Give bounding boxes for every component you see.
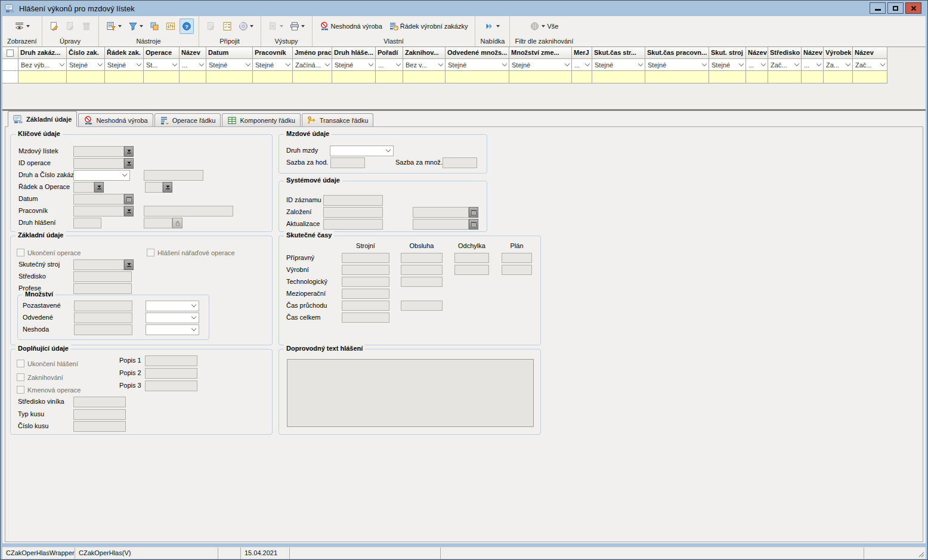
grid-filter-dropdown[interactable]: Bez v... (403, 59, 446, 71)
grid-cell[interactable] (746, 71, 768, 83)
close-icon (911, 5, 917, 11)
view-config-button[interactable] (104, 18, 124, 34)
grid-cell[interactable] (293, 71, 332, 83)
grid-cell[interactable] (509, 71, 572, 83)
grid-filter-dropdown[interactable]: Stejné (332, 59, 376, 71)
grid-column-header[interactable]: Skut.čas pracovn... (645, 47, 709, 59)
grid-column-header[interactable]: Výrobek (824, 47, 853, 59)
tab-transakce-radku[interactable]: Transakce řádku (302, 113, 374, 126)
help-button[interactable]: ? (180, 18, 194, 34)
grid-column-header[interactable]: Číslo zak. (67, 47, 105, 59)
grid-cell[interactable] (592, 71, 645, 83)
grid-cell[interactable] (446, 71, 509, 83)
tab-operace-radku[interactable]: Operace řádku (154, 113, 221, 126)
grid-column-header[interactable]: Název (802, 47, 824, 59)
grid-data-row[interactable] (2, 71, 926, 83)
new-record-button[interactable] (47, 18, 61, 34)
grid-column-header[interactable]: Jméno prac. (293, 47, 332, 59)
grid-filter-dropdown[interactable]: Zač... (853, 59, 887, 71)
grid-cell[interactable] (824, 71, 853, 83)
checklist-button[interactable] (220, 18, 234, 34)
grid-column-header[interactable]: Středisko (768, 47, 802, 59)
tab-zakladni-udaje[interactable]: Základní údaje (8, 111, 77, 126)
grid-filter-dropdown[interactable]: Stejné (446, 59, 509, 71)
minimize-button[interactable] (870, 2, 886, 14)
grid-column-header[interactable]: MerJ (572, 47, 592, 59)
grid-cell[interactable] (802, 71, 824, 83)
grid-column-header[interactable]: Druh zakáz... (18, 47, 67, 59)
grid-filter-dropdown[interactable]: Stejné (645, 59, 709, 71)
grid-column-header[interactable]: Název (853, 47, 887, 59)
grid-column-header[interactable]: Druh hláše... (332, 47, 376, 59)
options-button[interactable] (163, 18, 178, 34)
grid-column-header[interactable]: Pořadí (376, 47, 403, 59)
grid-cell[interactable] (67, 71, 105, 83)
resize-grip[interactable] (917, 550, 924, 558)
copy-button[interactable] (147, 18, 162, 34)
grid-filter-dropdown[interactable]: ... (746, 59, 768, 71)
media-button[interactable] (236, 18, 256, 34)
grid-filter-dropdown[interactable]: Stejné (509, 59, 572, 71)
print-button[interactable] (287, 18, 307, 34)
maximize-button[interactable] (887, 2, 904, 14)
grid-column-header[interactable]: Odvedené množs... (446, 47, 509, 59)
grid-cell[interactable] (376, 71, 403, 83)
grid-column-header[interactable]: Zaknihov... (403, 47, 446, 59)
grid-filter-dropdown[interactable]: St... (144, 59, 180, 71)
production-order-line-button[interactable]: Řádek výrobní zakázky (386, 18, 471, 34)
nonconforming-production-button[interactable]: Neshodná výroba (317, 18, 385, 34)
druh-mzdy-combobox[interactable] (330, 146, 394, 156)
grid-cell[interactable] (18, 71, 67, 83)
grid-filter-dropdown[interactable]: Zač... (768, 59, 802, 71)
view-menu-button[interactable] (12, 18, 32, 34)
grid-filter-dropdown[interactable]: ... (376, 59, 403, 71)
grid-cell[interactable] (853, 71, 887, 83)
pozastavene-merj-combobox[interactable] (146, 301, 199, 311)
grid-cell[interactable] (253, 71, 293, 83)
grid-column-header[interactable]: Množství zme... (509, 47, 572, 59)
grid-cell[interactable] (403, 71, 446, 83)
grid-filter-dropdown[interactable]: Stejné (105, 59, 144, 71)
grid-filter-dropdown[interactable]: Stejné (253, 59, 293, 71)
close-button[interactable] (905, 2, 921, 14)
menu-button[interactable] (482, 18, 502, 34)
grid-filter-dropdown[interactable]: Začíná... (293, 59, 332, 71)
grid-cell[interactable] (709, 71, 746, 83)
grid-cell[interactable] (105, 71, 144, 83)
grid-filter-dropdown[interactable]: Za... (824, 59, 853, 71)
druh-zakazky-combobox[interactable] (73, 170, 130, 181)
grid-column-header[interactable]: Pracovník (253, 47, 293, 59)
booking-filter-button[interactable]: Vše (527, 18, 561, 34)
grid-cell[interactable] (645, 71, 709, 83)
grid-column-header[interactable]: Operace (144, 47, 180, 59)
select-all-checkbox[interactable] (7, 49, 14, 57)
grid-filter-dropdown[interactable]: Stejné (206, 59, 253, 71)
tab-komponenty-radku[interactable]: Komponenty řádku (222, 113, 300, 126)
grid-column-header[interactable]: Název (180, 47, 206, 59)
grid-filter-dropdown[interactable]: ... (180, 59, 206, 71)
grid-filter-dropdown[interactable]: ... (802, 59, 824, 71)
grid-cell[interactable] (332, 71, 376, 83)
grid-filter-dropdown[interactable]: Stejné (592, 59, 645, 71)
grid-column-header[interactable]: Název (746, 47, 768, 59)
odvedene-merj-combobox[interactable] (146, 313, 199, 323)
row-selector-cell[interactable] (2, 71, 18, 83)
grid-cell[interactable] (206, 71, 253, 83)
grid-column-header[interactable]: Řádek zak. (105, 47, 144, 59)
grid-column-header[interactable]: Skut. stroj (709, 47, 746, 59)
grid-filter-dropdown[interactable]: Stejné (709, 59, 746, 71)
grid-filter-dropdown[interactable]: Bez výb... (18, 59, 67, 71)
grid-cell[interactable] (768, 71, 802, 83)
grid-column-header[interactable]: Skut.čas str... (592, 47, 645, 59)
grid-cell[interactable] (144, 71, 180, 83)
grid-column-header[interactable]: Datum (206, 47, 253, 59)
select-all-cell[interactable] (2, 47, 18, 59)
filter-button[interactable] (126, 18, 146, 34)
grid-filter-dropdown[interactable]: Stejné (67, 59, 105, 71)
label-aktualizace: Aktualizace (286, 220, 320, 227)
grid-cell[interactable] (180, 71, 206, 83)
tab-neshodna-vyroba[interactable]: Neshodná výroba (78, 113, 153, 126)
grid-cell[interactable] (572, 71, 592, 83)
grid-filter-dropdown[interactable]: ... (572, 59, 592, 71)
neshoda-merj-combobox[interactable] (146, 324, 199, 335)
